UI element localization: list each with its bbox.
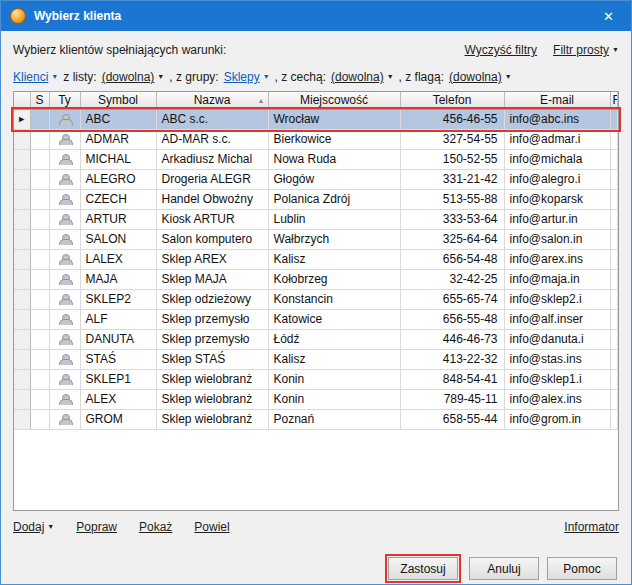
email-cell[interactable]: info@alex.ins — [504, 389, 610, 409]
simple-filter-dropdown[interactable]: Filtr prosty▼ — [553, 43, 619, 57]
telefon-cell[interactable]: 655-65-74 — [400, 289, 504, 309]
telefon-cell[interactable]: 848-54-41 — [400, 369, 504, 389]
email-cell[interactable]: info@alegro.i — [504, 169, 610, 189]
email-cell[interactable]: info@artur.in — [504, 209, 610, 229]
miejscowosc-cell[interactable]: Katowice — [268, 309, 400, 329]
email-cell[interactable]: info@salon.in — [504, 229, 610, 249]
table-row[interactable]: MICHALArkadiusz MichalNowa Ruda150-52-55… — [14, 149, 618, 169]
nazwa-cell[interactable]: Sklep wielobranż — [156, 409, 268, 429]
filter-group-dropdown[interactable]: Sklepy▼ — [224, 70, 270, 84]
email-cell[interactable]: info@sklep1.i — [504, 369, 610, 389]
symbol-cell[interactable]: ALF — [80, 309, 156, 329]
nazwa-cell[interactable]: Salon komputero — [156, 229, 268, 249]
column-header-f[interactable]: F — [610, 92, 618, 109]
symbol-cell[interactable]: ALEX — [80, 389, 156, 409]
email-cell[interactable]: info@stas.ins — [504, 349, 610, 369]
symbol-cell[interactable]: GROM — [80, 409, 156, 429]
filter-list-dropdown[interactable]: (dowolna)▼ — [102, 70, 165, 84]
filter-feature-dropdown[interactable]: (dowolna)▼ — [331, 70, 394, 84]
nazwa-cell[interactable]: Kiosk ARTUR — [156, 209, 268, 229]
telefon-cell[interactable]: 333-53-64 — [400, 209, 504, 229]
email-cell[interactable]: info@michala — [504, 149, 610, 169]
email-cell[interactable]: info@danuta.i — [504, 329, 610, 349]
table-row[interactable]: GROMSklep wielobranżPoznań658-55-44info@… — [14, 409, 618, 429]
cancel-button[interactable]: Anuluj — [469, 557, 539, 580]
column-header-symbol[interactable]: Symbol — [80, 92, 156, 109]
edit-link[interactable]: Popraw — [76, 520, 117, 534]
symbol-cell[interactable]: ARTUR — [80, 209, 156, 229]
table-row[interactable]: LALEXSklep AREXKalisz656-54-48info@arex.… — [14, 249, 618, 269]
add-dropdown[interactable]: Dodaj▼ — [13, 520, 54, 534]
table-row[interactable]: MAJASklep MAJAKołobrzeg32-42-25info@maja… — [14, 269, 618, 289]
symbol-cell[interactable]: LALEX — [80, 249, 156, 269]
miejscowosc-cell[interactable]: Konin — [268, 389, 400, 409]
nazwa-cell[interactable]: AD-MAR s.c. — [156, 129, 268, 149]
column-header-e-mail[interactable]: E-mail — [504, 92, 610, 109]
miejscowosc-cell[interactable]: Wałbrzych — [268, 229, 400, 249]
miejscowosc-cell[interactable]: Lublin — [268, 209, 400, 229]
email-cell[interactable]: info@alf.inser — [504, 309, 610, 329]
nazwa-cell[interactable]: Sklep MAJA — [156, 269, 268, 289]
miejscowosc-cell[interactable]: Bierkowice — [268, 129, 400, 149]
miejscowosc-cell[interactable]: Wrocław — [268, 109, 400, 129]
show-link[interactable]: Pokaż — [139, 520, 172, 534]
telefon-cell[interactable]: 327-54-55 — [400, 129, 504, 149]
telefon-cell[interactable]: 658-55-44 — [400, 409, 504, 429]
nazwa-cell[interactable]: Sklep wielobranż — [156, 389, 268, 409]
table-row[interactable]: ►ABCABC s.c.Wrocław456-46-55info@abc.ins — [14, 109, 618, 129]
symbol-cell[interactable]: ADMAR — [80, 129, 156, 149]
nazwa-cell[interactable]: Drogeria ALEGR — [156, 169, 268, 189]
duplicate-link[interactable]: Powiel — [194, 520, 229, 534]
table-row[interactable]: ALEGRODrogeria ALEGRGłogów331-21-42info@… — [14, 169, 618, 189]
table-row[interactable]: ADMARAD-MAR s.c.Bierkowice327-54-55info@… — [14, 129, 618, 149]
column-header-s[interactable]: S — [30, 92, 49, 109]
miejscowosc-cell[interactable]: Kalisz — [268, 349, 400, 369]
table-row[interactable]: SALONSalon komputeroWałbrzych325-64-64in… — [14, 229, 618, 249]
table-row[interactable]: SKLEP2Sklep odzieżowyKonstancin655-65-74… — [14, 289, 618, 309]
telefon-cell[interactable]: 331-21-42 — [400, 169, 504, 189]
table-row[interactable]: ALEXSklep wielobranżKonin789-45-11info@a… — [14, 389, 618, 409]
telefon-cell[interactable]: 446-46-73 — [400, 329, 504, 349]
column-header-nazwa[interactable]: Nazwa▲ — [156, 92, 268, 109]
symbol-cell[interactable]: MICHAL — [80, 149, 156, 169]
telefon-cell[interactable]: 513-55-88 — [400, 189, 504, 209]
symbol-cell[interactable]: STAŚ — [80, 349, 156, 369]
telefon-cell[interactable]: 32-42-25 — [400, 269, 504, 289]
table-row[interactable]: SKLEP1Sklep wielobranżKonin848-54-41info… — [14, 369, 618, 389]
miejscowosc-cell[interactable]: Poznań — [268, 409, 400, 429]
email-cell[interactable]: info@abc.ins — [504, 109, 610, 129]
miejscowosc-cell[interactable]: Nowa Ruda — [268, 149, 400, 169]
email-cell[interactable]: info@arex.ins — [504, 249, 610, 269]
table-row[interactable]: DANUTASklep przemysłoŁódź446-46-73info@d… — [14, 329, 618, 349]
nazwa-cell[interactable]: Handel Obwoźny — [156, 189, 268, 209]
symbol-cell[interactable]: CZECH — [80, 189, 156, 209]
filter-subject-dropdown[interactable]: Klienci▼ — [13, 70, 58, 84]
column-header-telefon[interactable]: Telefon — [400, 92, 504, 109]
nazwa-cell[interactable]: Arkadiusz Michal — [156, 149, 268, 169]
telefon-cell[interactable]: 456-46-55 — [400, 109, 504, 129]
telefon-cell[interactable]: 656-55-48 — [400, 309, 504, 329]
nazwa-cell[interactable]: Sklep wielobranż — [156, 369, 268, 389]
symbol-cell[interactable]: MAJA — [80, 269, 156, 289]
telefon-cell[interactable]: 325-64-64 — [400, 229, 504, 249]
symbol-cell[interactable]: ALEGRO — [80, 169, 156, 189]
telefon-cell[interactable]: 656-54-48 — [400, 249, 504, 269]
miejscowosc-cell[interactable]: Kalisz — [268, 249, 400, 269]
miejscowosc-cell[interactable]: Konstancin — [268, 289, 400, 309]
telefon-cell[interactable]: 413-22-32 — [400, 349, 504, 369]
email-cell[interactable]: info@grom.in — [504, 409, 610, 429]
nazwa-cell[interactable]: Sklep odzieżowy — [156, 289, 268, 309]
miejscowosc-cell[interactable]: Głogów — [268, 169, 400, 189]
informator-link[interactable]: Informator — [564, 520, 619, 534]
email-cell[interactable]: info@sklep2.i — [504, 289, 610, 309]
help-button[interactable]: Pomoc — [547, 557, 617, 580]
email-cell[interactable]: info@maja.in — [504, 269, 610, 289]
table-row[interactable]: ALFSklep przemysłoKatowice656-55-48info@… — [14, 309, 618, 329]
nazwa-cell[interactable]: ABC s.c. — [156, 109, 268, 129]
miejscowosc-cell[interactable]: Kołobrzeg — [268, 269, 400, 289]
filter-flag-dropdown[interactable]: (dowolna)▼ — [449, 70, 512, 84]
nazwa-cell[interactable]: Sklep STAŚ — [156, 349, 268, 369]
nazwa-cell[interactable]: Sklep AREX — [156, 249, 268, 269]
column-header-ty[interactable]: Ty — [49, 92, 80, 109]
telefon-cell[interactable]: 150-52-55 — [400, 149, 504, 169]
